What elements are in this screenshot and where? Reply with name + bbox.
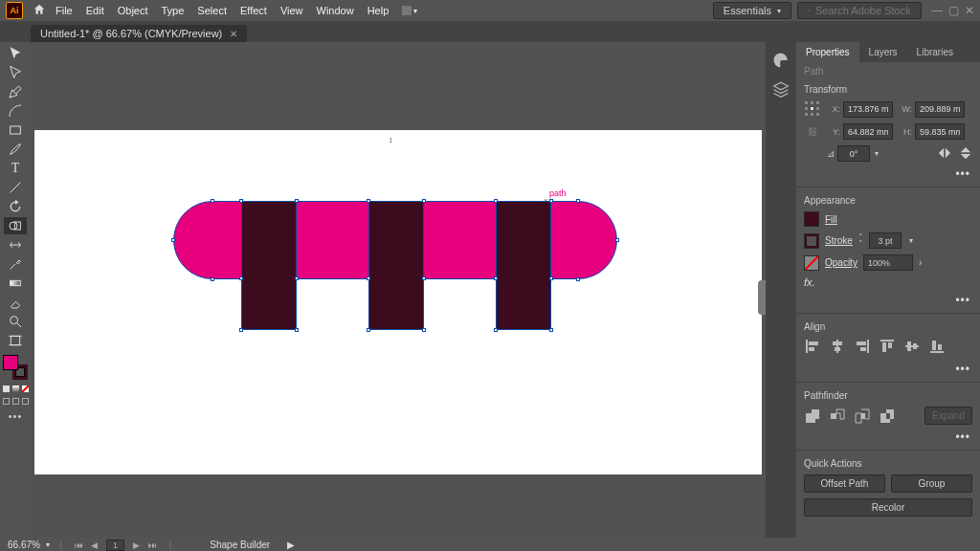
stroke-swatch[interactable] xyxy=(804,233,819,249)
zoom-level[interactable]: 66.67% xyxy=(8,540,40,550)
edit-toolbar-icon[interactable]: ••• xyxy=(9,410,23,422)
home-icon[interactable] xyxy=(33,3,46,19)
recolor-button[interactable]: Recolor xyxy=(804,498,972,517)
tab-layers[interactable]: Layers xyxy=(859,42,907,62)
appearance-more-icon[interactable]: ••• xyxy=(804,294,972,307)
pen-tool[interactable] xyxy=(4,83,27,100)
curvature-tool[interactable] xyxy=(4,102,27,120)
stroke-label[interactable]: Stroke xyxy=(825,235,853,246)
group-button[interactable]: Group xyxy=(891,474,972,493)
fill-swatch[interactable] xyxy=(804,211,819,227)
pathfinder-expand-button[interactable]: Expand xyxy=(924,407,972,425)
fill-stroke-swatch[interactable] xyxy=(3,355,28,380)
line-tool[interactable] xyxy=(4,179,27,196)
rotate-angle-input[interactable]: 0° xyxy=(837,145,870,162)
rectangle-tool[interactable] xyxy=(4,121,27,139)
opacity-more-icon[interactable]: › xyxy=(919,257,922,268)
menu-edit[interactable]: Edit xyxy=(86,5,104,16)
eraser-tool[interactable] xyxy=(4,294,27,311)
pathfinder-exclude-icon[interactable] xyxy=(879,408,896,425)
chevron-down-icon[interactable]: ▾ xyxy=(875,149,879,158)
align-right-icon[interactable] xyxy=(854,338,871,355)
layers-panel-icon[interactable] xyxy=(772,80,790,99)
workspace-switcher[interactable]: Essentials ▾ xyxy=(713,2,791,19)
next-artboard-icon[interactable]: ▶ xyxy=(133,540,140,550)
transform-h-input[interactable] xyxy=(915,123,965,140)
pathfinder-intersect-icon[interactable] xyxy=(854,408,871,425)
transform-y-input[interactable] xyxy=(843,123,893,140)
status-play-icon[interactable]: ▶ xyxy=(287,540,295,550)
menu-object[interactable]: Object xyxy=(118,5,148,16)
menu-help[interactable]: Help xyxy=(368,5,390,16)
menu-file[interactable]: File xyxy=(56,5,73,16)
align-top-icon[interactable] xyxy=(879,338,896,355)
minimize-icon[interactable]: — xyxy=(931,4,943,17)
search-bar[interactable] xyxy=(797,2,922,19)
fill-color-swatch[interactable] xyxy=(3,355,18,370)
color-mode-row[interactable] xyxy=(3,386,29,392)
last-artboard-icon[interactable]: ⏭ xyxy=(148,540,157,550)
paintbrush-tool[interactable] xyxy=(4,141,27,158)
align-hcenter-icon[interactable] xyxy=(829,338,846,355)
arrange-documents-icon[interactable]: ▾ xyxy=(402,6,417,15)
tab-close-icon[interactable]: ✕ xyxy=(230,29,237,39)
pathfinder-more-icon[interactable]: ••• xyxy=(804,430,972,444)
opacity-swatch[interactable] xyxy=(804,255,819,271)
menu-type[interactable]: Type xyxy=(162,5,185,16)
flip-vertical-icon[interactable] xyxy=(959,146,972,162)
width-tool[interactable] xyxy=(4,236,27,253)
dark-rect-2[interactable] xyxy=(368,201,424,330)
first-artboard-icon[interactable]: ⏮ xyxy=(75,540,83,550)
draw-mode-row[interactable] xyxy=(3,398,29,405)
gradient-tool[interactable] xyxy=(4,275,27,292)
stroke-weight-input[interactable]: 3 pt xyxy=(869,232,902,249)
menu-select[interactable]: Select xyxy=(197,5,227,16)
opacity-label[interactable]: Opacity xyxy=(825,257,858,268)
menu-view[interactable]: View xyxy=(280,5,303,16)
selection-tool[interactable] xyxy=(4,45,27,62)
artboard-tool[interactable] xyxy=(4,332,27,349)
chevron-down-icon[interactable]: ▾ xyxy=(46,540,50,549)
transform-w-input[interactable] xyxy=(915,101,965,118)
close-icon[interactable]: ✕ xyxy=(965,4,974,17)
shape-builder-tool[interactable] xyxy=(4,217,27,234)
artboard-number[interactable]: 1 xyxy=(106,540,124,551)
prev-artboard-icon[interactable]: ◀ xyxy=(91,540,98,550)
menu-effect[interactable]: Effect xyxy=(240,5,267,16)
canvas-area[interactable]: 1 path × xyxy=(31,42,766,538)
maximize-icon[interactable]: ▢ xyxy=(948,4,959,17)
tab-properties[interactable]: Properties xyxy=(796,42,859,62)
fx-icon[interactable]: fx. xyxy=(804,276,815,288)
menu-window[interactable]: Window xyxy=(317,5,354,16)
fill-label[interactable]: Fill xyxy=(825,214,837,225)
eyedropper-tool[interactable] xyxy=(4,255,27,273)
offset-path-button[interactable]: Offset Path xyxy=(804,474,885,493)
align-more-icon[interactable]: ••• xyxy=(804,363,972,376)
search-input[interactable] xyxy=(815,5,911,16)
chevron-down-icon[interactable]: ▾ xyxy=(909,236,913,245)
stroke-stepper-icon[interactable]: ˄˅ xyxy=(858,234,863,248)
align-vcenter-icon[interactable] xyxy=(903,338,921,355)
transform-more-icon[interactable]: ••• xyxy=(804,167,972,181)
panel-collapse-handle[interactable] xyxy=(758,280,766,315)
dark-rect-1[interactable] xyxy=(241,201,297,330)
dark-rect-3[interactable] xyxy=(496,201,551,330)
align-left-icon[interactable] xyxy=(804,338,821,355)
opacity-input[interactable]: 100% xyxy=(863,254,913,271)
pathfinder-minus-icon[interactable] xyxy=(829,408,846,425)
zoom-tool[interactable] xyxy=(4,313,27,330)
pathfinder-unite-icon[interactable] xyxy=(804,408,821,425)
rotate-tool[interactable] xyxy=(4,198,27,215)
flip-horizontal-icon[interactable] xyxy=(938,146,951,162)
artboard[interactable]: 1 path × xyxy=(34,130,762,474)
direct-selection-tool[interactable] xyxy=(4,64,27,81)
tab-libraries[interactable]: Libraries xyxy=(907,42,963,62)
link-wh-icon[interactable]: ⛓ xyxy=(804,126,821,137)
align-bottom-icon[interactable] xyxy=(928,338,946,355)
reference-point-icon[interactable] xyxy=(804,100,821,118)
transform-x-input[interactable] xyxy=(843,101,893,118)
color-panel-icon[interactable] xyxy=(772,52,790,71)
document-tab[interactable]: Untitled-1* @ 66.67% (CMYK/Preview) ✕ xyxy=(31,25,247,42)
type-tool[interactable]: T xyxy=(4,160,27,177)
svg-rect-7 xyxy=(11,336,19,344)
